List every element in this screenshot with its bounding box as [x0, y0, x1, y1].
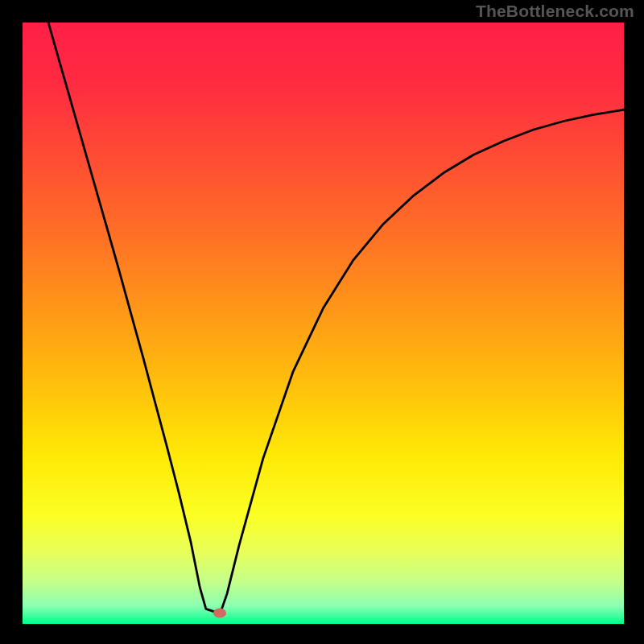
chart-frame: TheBottleneck.com	[0, 0, 644, 644]
plot-area	[23, 23, 624, 624]
attribution-text: TheBottleneck.com	[476, 2, 634, 21]
gradient-background	[23, 23, 624, 624]
marker-dot	[213, 609, 226, 618]
chart-svg	[23, 23, 624, 624]
